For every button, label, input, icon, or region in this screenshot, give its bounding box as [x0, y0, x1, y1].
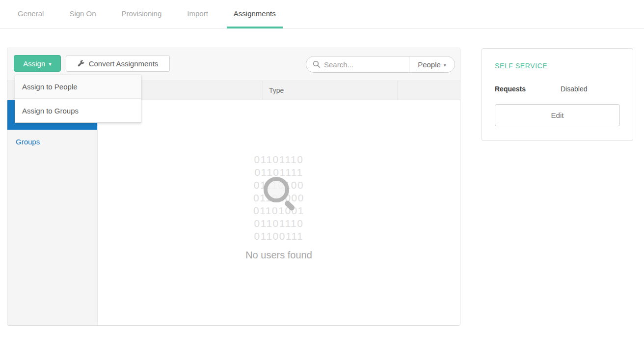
magnifier-icon [263, 176, 295, 208]
search-scope-label: People [418, 60, 441, 69]
convert-assignments-button[interactable]: Convert Assignments [66, 55, 170, 72]
menu-item-assign-to-people[interactable]: Assign to People [15, 75, 141, 99]
tab-import[interactable]: Import [180, 0, 215, 28]
menu-item-assign-to-groups[interactable]: Assign to Groups [15, 99, 141, 122]
edit-button[interactable]: Edit [495, 104, 620, 126]
tab-sign-on[interactable]: Sign On [62, 0, 103, 28]
search-field [306, 56, 409, 72]
chevron-down-icon: ▾ [49, 61, 52, 67]
assign-button[interactable]: Assign ▾ [14, 55, 61, 72]
search-scope-dropdown[interactable]: People ▾ [409, 56, 455, 72]
assign-button-label: Assign [23, 59, 45, 68]
magnifier-handle [284, 200, 295, 212]
empty-state: 01101110 01101111 01110100 01101000 0110… [98, 153, 460, 261]
column-header-actions [398, 81, 460, 100]
requests-row: Requests Disabled [495, 85, 620, 93]
wrench-icon [78, 60, 85, 67]
search-pill: People ▾ [306, 56, 455, 73]
requests-value: Disabled [561, 85, 587, 93]
sidebar-item-groups[interactable]: Groups [7, 130, 97, 153]
requests-label: Requests [495, 85, 561, 93]
binary-row: 01100111 [253, 230, 304, 243]
search-input[interactable] [324, 60, 398, 69]
column-header-type: Type [263, 81, 398, 100]
assignments-sidebar: People Groups [7, 100, 98, 325]
binary-art: 01101110 01101111 01110100 01101000 0110… [253, 153, 304, 243]
tab-provisioning[interactable]: Provisioning [115, 0, 169, 28]
magnifier-lens [264, 177, 289, 202]
assignments-body: People Groups 01101110 01101111 01110100… [7, 100, 460, 325]
assign-dropdown-menu: Assign to People Assign to Groups [15, 75, 141, 123]
empty-state-message: No users found [98, 250, 460, 261]
self-service-panel: SELF SERVICE Requests Disabled Edit [482, 48, 633, 141]
convert-assignments-label: Convert Assignments [89, 59, 159, 68]
tab-assignments[interactable]: Assignments [227, 0, 283, 28]
self-service-title: SELF SERVICE [495, 62, 620, 70]
app-tabs-bar: General Sign On Provisioning Import Assi… [0, 0, 644, 28]
assignments-content: 01101110 01101111 01110100 01101000 0110… [98, 100, 460, 325]
search-icon [313, 60, 321, 68]
tab-general[interactable]: General [11, 0, 51, 28]
chevron-down-icon: ▾ [444, 62, 446, 68]
app-assignments-page: General Sign On Provisioning Import Assi… [0, 0, 644, 337]
binary-row: 01101110 [253, 153, 304, 166]
